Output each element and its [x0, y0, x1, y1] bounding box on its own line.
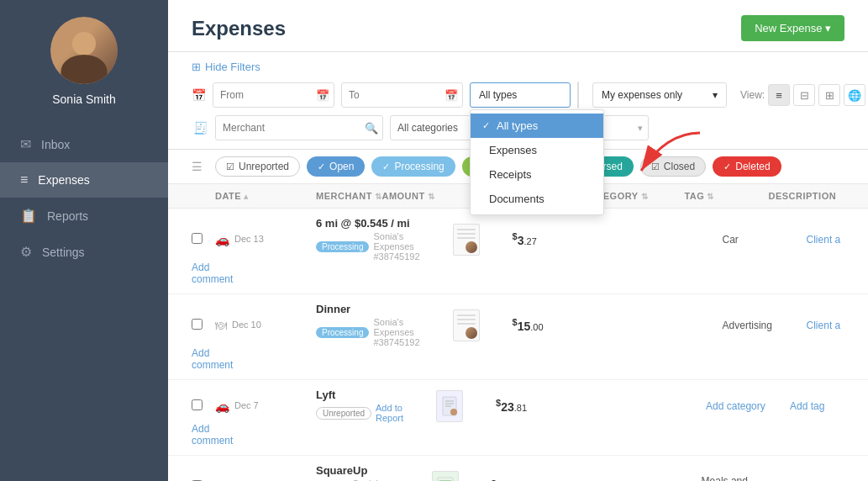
row-tag-3[interactable]: Add tag [790, 400, 868, 412]
to-date-wrapper: 📅 [341, 82, 463, 108]
receipt-svg-3 [441, 396, 458, 416]
main-header: Expenses New Expense ▾ [168, 0, 868, 52]
row-date-merchant-1: 🚗 Dec 13 [215, 233, 316, 246]
billable-type-group: All Billable Reimbursable [577, 82, 579, 108]
sidebar-item-settings[interactable]: ⚙ Settings [0, 234, 168, 270]
all-types-label: All types [497, 119, 538, 132]
row-desc-1[interactable]: Add comment [192, 262, 215, 285]
chip-deleted-label: Deleted [735, 161, 770, 172]
dropdown-item-all-types[interactable]: ✓ All types [471, 114, 603, 138]
chip-closed-label: Closed [664, 161, 695, 172]
sidebar-item-reports[interactable]: 📋 Reports [0, 198, 168, 234]
chip-deleted[interactable]: ✓ Deleted [713, 156, 781, 177]
row-checkbox[interactable] [192, 233, 215, 246]
row-receipt-1 [420, 224, 513, 256]
sidebar-item-expenses[interactable]: ≡ Expenses [0, 162, 168, 198]
receipts-type-label: Receipts [489, 168, 532, 181]
checkmark-icon: ✓ [482, 120, 490, 131]
row-check-input-2[interactable] [192, 319, 203, 330]
table-row: 💳 Nov 26 SquareUp Open Sonia's Expenses … [168, 456, 868, 481]
dropdown-item-expenses[interactable]: Expenses [471, 138, 603, 162]
row-amount-1: $3.27 [513, 231, 622, 247]
row-merchant-col-1: 6 mi @ $0.545 / mi Processing Sonia's Ex… [316, 217, 420, 262]
to-date-input[interactable] [341, 82, 463, 108]
row-date-merchant-2: 🍽 Dec 10 [215, 319, 316, 332]
chip-processing-label: Processing [394, 161, 444, 172]
grid-view-button[interactable]: ⊞ [818, 84, 840, 106]
list-view-button[interactable]: ≡ [768, 84, 790, 106]
dropdown-item-documents[interactable]: Documents [471, 187, 603, 211]
col-merchant[interactable]: MERCHANT ⇅ [316, 191, 381, 201]
chip-closed[interactable]: ☑ Closed [640, 156, 706, 177]
row-add-report-3[interactable]: Add to Report [376, 403, 403, 423]
merchant-sort-icon: ⇅ [375, 192, 382, 201]
col-tag[interactable]: TAG ⇅ [684, 191, 768, 201]
globe-view-button[interactable]: 🌐 [844, 84, 865, 106]
dropdown-item-receipts[interactable]: Receipts [471, 162, 603, 187]
from-date-input[interactable] [213, 82, 334, 108]
chip-open[interactable]: ✓ Open [307, 156, 365, 177]
amount-col-label: AMOUNT [381, 191, 424, 201]
view-label: View: [740, 89, 765, 101]
chip-processing[interactable]: ✓ Processing [371, 156, 455, 177]
type-dropdown-popup: ✓ All types Expenses Receipts Documents [470, 109, 604, 215]
billable-all-btn[interactable]: All [578, 82, 579, 108]
chip-unreported[interactable]: ☑ Unreported [215, 156, 300, 177]
new-expense-button[interactable]: New Expense ▾ [741, 15, 844, 41]
row-checkbox-3[interactable] [192, 399, 215, 413]
row-category-3[interactable]: Add category [706, 400, 790, 412]
row-category-2: Advertising [723, 320, 807, 331]
status-row-icon: ☰ [192, 160, 208, 173]
hide-filters-label: Hide Filters [205, 61, 260, 73]
row-car-icon: 🚗 [215, 233, 229, 246]
row-dining-icon: 🍽 [215, 319, 227, 332]
row-report-1: Sonia's Expenses #38745192 [373, 231, 419, 262]
merchant-input[interactable] [215, 115, 383, 140]
documents-type-label: Documents [489, 193, 544, 205]
amount-sort-icon: ⇅ [428, 192, 435, 201]
row-desc-2[interactable]: Add comment [192, 347, 215, 371]
view-controls: View: ≡ ⊟ ⊞ 🌐 [740, 84, 865, 106]
sidebar-nav: ✉ Inbox ≡ Expenses 📋 Reports ⚙ Settings [0, 126, 168, 270]
table-row: 🚗 Dec 13 6 mi @ $0.545 / mi Processing S… [168, 209, 868, 294]
col-date[interactable]: DATE ▴ [215, 191, 316, 201]
header-top: Expenses New Expense ▾ [192, 15, 844, 41]
receipt-thumb-2 [453, 309, 480, 341]
col-description: DESCRIPTION [768, 191, 868, 201]
row-merchant-col-3: Lyft Unreported Add to Report [316, 388, 403, 423]
hide-filters-toggle[interactable]: ⊞ Hide Filters [192, 61, 844, 73]
category-sort-icon: ⇅ [641, 192, 649, 201]
my-expenses-label: My expenses only [602, 89, 682, 101]
row-tag-1[interactable]: Client a [807, 234, 868, 246]
row-sub-3: Unreported Add to Report [316, 403, 403, 423]
sidebar: Sonia Smith ✉ Inbox ≡ Expenses 📋 Reports… [0, 0, 168, 481]
compact-view-button[interactable]: ⊟ [793, 84, 815, 106]
row-receipt-3 [403, 390, 496, 422]
avatar [50, 17, 118, 84]
row-check-input[interactable] [192, 233, 203, 244]
chip-unreported-label: Unreported [239, 161, 289, 172]
receipt-thumb-4 [432, 471, 459, 482]
row-checkbox-2[interactable] [192, 319, 215, 332]
type-dropdown-button[interactable]: All types [470, 82, 571, 108]
row-merchant-col-2: Dinner Processing Sonia's Expenses #3874… [316, 303, 420, 347]
sidebar-item-inbox[interactable]: ✉ Inbox [0, 126, 168, 162]
row-tag-2[interactable]: Client a [807, 320, 868, 331]
expenses-type-label: Expenses [489, 144, 537, 156]
row-badge-1: Processing [316, 241, 369, 252]
main-content: Expenses New Expense ▾ ⊞ Hide Filters 📅 … [168, 0, 868, 481]
row-desc-3[interactable]: Add comment [192, 423, 215, 447]
merchant-search-icon[interactable]: 🔍 [365, 122, 378, 135]
my-expenses-button[interactable]: My expenses only ▾ [592, 82, 727, 108]
row-merchant-name-3: Lyft [316, 388, 403, 401]
row-check-input-3[interactable] [192, 399, 203, 410]
row-merchant-name-2: Dinner [316, 303, 420, 315]
row-badge-2: Processing [316, 327, 369, 338]
type-selected-label: All types [479, 89, 517, 101]
date-col-label: DATE [215, 191, 241, 201]
chip-processing-check: ✓ [382, 161, 390, 172]
col-amount[interactable]: AMOUNT ⇅ [381, 191, 474, 201]
filter-row-1: 📅 📅 📅 All types ✓ All types [192, 82, 844, 108]
receipt-svg-4 [437, 477, 454, 482]
filter-icon-adj: ⊞ [192, 61, 201, 73]
